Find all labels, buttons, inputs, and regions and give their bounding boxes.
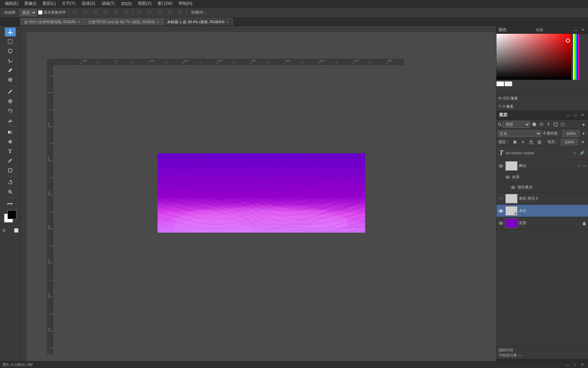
layers-filter-toggle[interactable]: ● bbox=[581, 121, 587, 127]
layers-minimize[interactable]: — bbox=[565, 112, 571, 118]
tool-pen[interactable] bbox=[5, 137, 16, 146]
toolbar-extra[interactable]: ⬛ bbox=[176, 10, 184, 15]
layers-title: 图层 bbox=[499, 112, 507, 118]
tab-2-close[interactable]: ✕ bbox=[157, 20, 159, 24]
tool-eraser[interactable] bbox=[5, 116, 16, 125]
layer-item-background[interactable]: 背景 bbox=[496, 217, 588, 229]
opacity-arrow[interactable]: ▼ bbox=[581, 131, 587, 137]
tab-1[interactable]: @ 55% (生鲜特惠海报, RGB/8) ✕ bbox=[20, 18, 84, 26]
tool-select-rect[interactable] bbox=[5, 37, 16, 46]
tool-eyedropper[interactable] bbox=[5, 66, 16, 75]
layer-sub-color-overlay[interactable]: 额色叠加 bbox=[496, 182, 588, 193]
layer-eye-stripe-copy[interactable] bbox=[498, 196, 504, 202]
tool-crop[interactable] bbox=[5, 56, 16, 65]
layers-blend-mode[interactable]: 正光 bbox=[498, 130, 541, 137]
toolbar-align-bottom[interactable]: ⬛ bbox=[121, 10, 130, 15]
toolbar-selection-type[interactable]: 图层 bbox=[20, 9, 37, 16]
fill-input[interactable] bbox=[561, 139, 578, 145]
tool-brush[interactable] bbox=[5, 87, 16, 96]
tool-history-brush[interactable] bbox=[5, 106, 16, 115]
tool-path-select[interactable] bbox=[5, 156, 16, 165]
tool-clone[interactable] bbox=[5, 97, 16, 106]
color-panel-minimize[interactable]: — bbox=[572, 27, 578, 33]
layers-filter-type[interactable]: 类型 bbox=[503, 121, 530, 128]
layers-filter-pixel[interactable] bbox=[531, 121, 537, 127]
menu-filter[interactable]: 滤镜(T) bbox=[99, 0, 117, 7]
tool-extra-options[interactable]: ••• bbox=[5, 199, 16, 208]
tool-gradient[interactable] bbox=[5, 128, 16, 137]
edit-content-text[interactable]: 编辑内容 bbox=[499, 348, 586, 353]
menu-layer[interactable]: 图层(L) bbox=[40, 0, 59, 7]
tool-lasso[interactable] bbox=[5, 47, 16, 56]
auto-transform-checkbox[interactable] bbox=[38, 10, 43, 15]
layer-item-stage[interactable]: 舞台 ▷ — bbox=[496, 160, 588, 172]
layer-item-stripe[interactable]: 条纹 bbox=[496, 205, 588, 217]
status-close[interactable]: ✕ bbox=[579, 362, 585, 368]
fill-arrow[interactable]: ▼ bbox=[580, 139, 586, 145]
layers-filter-adjust[interactable] bbox=[538, 121, 544, 127]
tool-healing[interactable] bbox=[5, 75, 16, 84]
status-restore[interactable]: □ bbox=[572, 362, 578, 368]
toolbar-align-top[interactable]: ⬛ bbox=[101, 10, 110, 15]
tab-3[interactable]: 未标题-1 @ 39.4% (条纹, RGB/84) ✕ bbox=[163, 18, 233, 26]
lock-pixel[interactable] bbox=[512, 139, 518, 145]
layers-filter-text[interactable]: T bbox=[545, 121, 552, 127]
toolbar-align-center[interactable]: ⬛ bbox=[81, 10, 89, 15]
toolbar-align-left[interactable]: ⬛ bbox=[70, 10, 79, 15]
menu-image[interactable]: 图像(I) bbox=[22, 0, 39, 7]
color-panel-close[interactable]: ✕ bbox=[580, 27, 586, 33]
layer-thumb-stage bbox=[505, 161, 518, 171]
tool-rotate-view[interactable] bbox=[5, 178, 16, 187]
layer-eye-stripe[interactable] bbox=[498, 208, 504, 214]
text-layer-link[interactable]: 🔗 bbox=[579, 150, 585, 156]
color-swatch[interactable] bbox=[4, 210, 16, 223]
tool-shape[interactable] bbox=[5, 166, 16, 175]
menu-text[interactable]: 文字(Y) bbox=[59, 0, 78, 7]
layers-filter-smart[interactable] bbox=[560, 121, 566, 127]
toolbar-align-middle[interactable]: ⬛ bbox=[111, 10, 120, 15]
artwork-container bbox=[158, 153, 365, 232]
text-layer-expand[interactable]: ▷ bbox=[572, 150, 578, 156]
tab-1-close[interactable]: ✕ bbox=[78, 20, 80, 24]
opacity-input[interactable] bbox=[562, 130, 579, 137]
tool-zoom[interactable] bbox=[5, 187, 16, 196]
tab-3-close[interactable]: ✕ bbox=[226, 20, 229, 24]
status-minimize[interactable]: — bbox=[564, 362, 570, 368]
menu-help[interactable]: 帮助(H) bbox=[176, 0, 195, 7]
lock-position[interactable] bbox=[520, 139, 526, 145]
layers-filter-shape[interactable] bbox=[553, 121, 559, 127]
lock-artboard[interactable] bbox=[528, 139, 534, 145]
toolbar-distribute-3[interactable]: ⬛ bbox=[155, 10, 164, 15]
layer-sub-effect[interactable]: 效果 bbox=[496, 172, 588, 182]
menu-window[interactable]: 窗口(W) bbox=[155, 0, 175, 7]
color-gradient-display[interactable] bbox=[496, 34, 588, 88]
layer-eye-background[interactable] bbox=[498, 220, 504, 226]
menu-edit[interactable]: 编辑(E) bbox=[2, 0, 21, 7]
layer-eye-stage[interactable] bbox=[498, 163, 504, 169]
layer-item-stripe-copy[interactable]: 条纹 拷贝 5 bbox=[496, 193, 588, 205]
toolbar-distribute-v[interactable]: ⬛ bbox=[145, 10, 154, 15]
tool-screen-mode[interactable]: ⬜ bbox=[11, 226, 22, 235]
tool-text[interactable]: T bbox=[5, 147, 16, 156]
prop-h-value: 622 像素 bbox=[503, 96, 518, 100]
layer-eye-overlay[interactable] bbox=[510, 184, 516, 190]
lock-all[interactable] bbox=[536, 139, 542, 145]
toolbar-auto-transform[interactable]: 登尔变换控件 bbox=[38, 10, 66, 15]
layers-maximize[interactable]: □ bbox=[572, 112, 578, 118]
layer-eye-effect[interactable] bbox=[505, 174, 511, 180]
tool-move[interactable] bbox=[5, 28, 16, 36]
foreground-color[interactable] bbox=[7, 210, 16, 219]
status-bar: 图4,-4.12M/12.9M — □ ✕ bbox=[0, 361, 588, 368]
toolbar-distribute-4[interactable]: ⬛ bbox=[165, 10, 174, 15]
menu-select[interactable]: 选择(S) bbox=[79, 0, 98, 7]
tool-mask-mode[interactable]: Q bbox=[0, 226, 10, 235]
layer-arrow-stage[interactable]: ▷ bbox=[576, 163, 583, 169]
menu-3d[interactable]: 3D(D) bbox=[118, 1, 134, 7]
menu-view[interactable]: 视图(V) bbox=[135, 0, 154, 7]
layers-close[interactable]: ✕ bbox=[579, 112, 585, 118]
tab-2[interactable]: 父级节PSD.psd @ 66.7% (条纹, RGB/8) ✕ bbox=[84, 18, 163, 26]
toolbar-align-right[interactable]: ⬛ bbox=[91, 10, 100, 15]
status-coords: 图4,-4.12M/12.9M bbox=[3, 362, 33, 367]
toolbar-distribute-h[interactable]: ⬛ bbox=[135, 10, 144, 15]
color-panel-title: 颜色 bbox=[499, 27, 507, 33]
